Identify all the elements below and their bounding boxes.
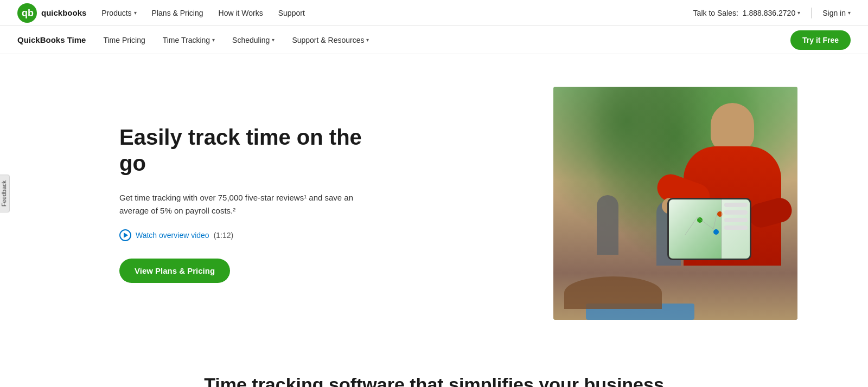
- quickbooks-logo-icon: qb: [17, 3, 37, 23]
- nav-support[interactable]: Support: [278, 9, 305, 17]
- nav-plans-pricing[interactable]: Plans & Pricing: [152, 9, 203, 17]
- signin-chevron-icon: ▾: [848, 10, 851, 16]
- logo[interactable]: qb quickbooks: [17, 3, 86, 23]
- svg-line-4: [685, 217, 697, 235]
- nav-divider: [811, 8, 812, 18]
- top-nav-right: Talk to Sales: 1.888.836.2720 ▾ Sign in …: [693, 8, 851, 18]
- top-navigation: qb quickbooks Products ▾ Plans & Pricing…: [0, 0, 868, 26]
- hero-description: Get time tracking with over 75,000 five-…: [119, 191, 380, 217]
- svg-line-2: [697, 217, 713, 229]
- try-it-free-button[interactable]: Try it Free: [790, 30, 851, 50]
- bg-worker-1: [597, 195, 618, 255]
- sidebar-row-1: [724, 203, 748, 207]
- products-chevron-icon: ▾: [134, 10, 137, 16]
- support-resources-chevron-icon: ▾: [366, 37, 369, 43]
- talk-to-sales[interactable]: Talk to Sales: 1.888.836.2720 ▾: [693, 9, 801, 17]
- sidebar-row-4: [724, 225, 748, 230]
- sub-navigation: QuickBooks Time Time Pricing Time Tracki…: [0, 26, 868, 54]
- sub-nav-scheduling[interactable]: Scheduling ▾: [232, 36, 275, 44]
- watch-overview-video-link[interactable]: Watch overview video (1:12): [119, 229, 380, 241]
- bottom-teaser: Time tracking software that simplifies y…: [0, 352, 868, 387]
- sales-chevron-icon: ▾: [797, 10, 800, 16]
- person-head: [711, 103, 754, 152]
- mulch-pile: [564, 276, 662, 309]
- play-icon: [119, 229, 131, 241]
- main-person: [656, 92, 797, 320]
- brand-name: quickbooks: [41, 8, 86, 17]
- play-triangle-icon: [124, 233, 128, 238]
- time-tracking-chevron-icon: ▾: [212, 37, 215, 43]
- nav-products[interactable]: Products ▾: [101, 9, 136, 17]
- sub-nav-time-tracking[interactable]: Time Tracking ▾: [163, 36, 215, 44]
- tablet-sidebar: [722, 199, 750, 259]
- svg-line-3: [713, 211, 717, 229]
- nav-how-it-works[interactable]: How it Works: [219, 9, 263, 17]
- sidebar-row-3: [724, 218, 748, 222]
- sub-brand[interactable]: QuickBooks Time: [17, 35, 86, 44]
- tablet-device: [667, 198, 751, 260]
- hero-title: Easily track time on the go: [119, 124, 380, 176]
- sub-nav-support-resources[interactable]: Support & Resources ▾: [292, 36, 369, 44]
- sidebar-row-2: [724, 210, 748, 215]
- feedback-tab[interactable]: Feedback: [0, 175, 10, 212]
- tablet-screen: [669, 199, 750, 259]
- top-nav-left: qb quickbooks Products ▾ Plans & Pricing…: [17, 3, 305, 23]
- sign-in[interactable]: Sign in ▾: [822, 9, 851, 17]
- view-plans-pricing-button[interactable]: View Plans & Pricing: [119, 259, 230, 283]
- hero-content: Easily track time on the go Get time tra…: [119, 124, 380, 283]
- hero-section: Easily track time on the go Get time tra…: [0, 54, 868, 352]
- sub-nav-left: QuickBooks Time Time Pricing Time Tracki…: [17, 35, 369, 44]
- sub-nav-time-pricing[interactable]: Time Pricing: [103, 36, 145, 44]
- hero-image-area: [553, 87, 803, 320]
- svg-text:qb: qb: [22, 8, 34, 18]
- scheduling-chevron-icon: ▾: [272, 37, 275, 43]
- bottom-teaser-title: Time tracking software that simplifies y…: [17, 374, 851, 387]
- hero-image: [553, 87, 797, 320]
